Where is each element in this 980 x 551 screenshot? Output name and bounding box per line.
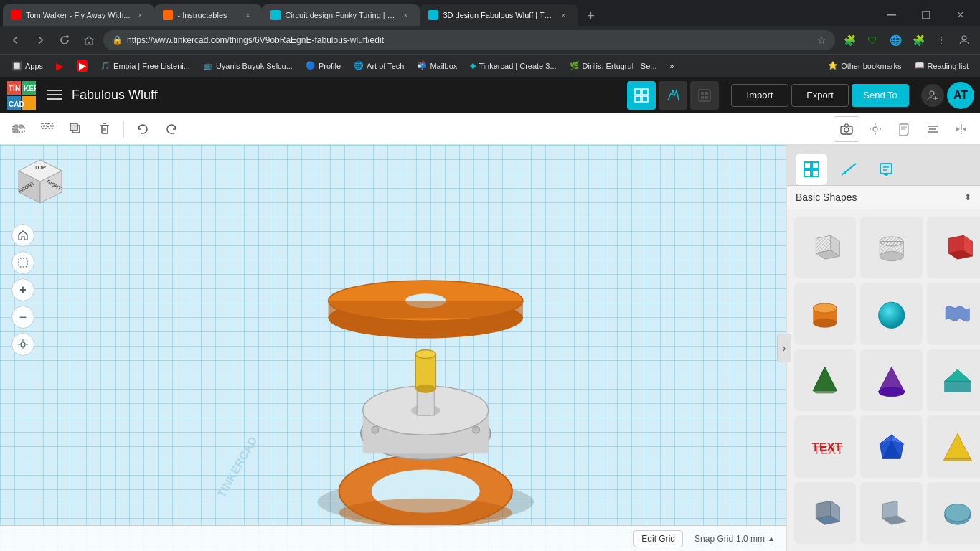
browser-tab-1[interactable]: Tom Walker - Fly Away With... × (3, 4, 154, 26)
tinkercad-logo[interactable]: TIN KER CAD (6, 80, 37, 111)
grid-view-button[interactable] (627, 81, 656, 110)
bookmark-mailbox[interactable]: 📬 Mailbox (411, 58, 463, 73)
selector-arrow-icon[interactable]: ⬍ (964, 192, 971, 202)
align-button[interactable] (920, 116, 946, 142)
bookmark-empia[interactable]: 🎵 Empia | Free Listeni... (95, 58, 196, 73)
svg-point-118 (878, 387, 904, 397)
svg-point-112 (814, 318, 837, 327)
forward-button[interactable] (30, 30, 50, 50)
export-button[interactable]: Export (791, 84, 849, 107)
svg-text:TIN: TIN (9, 85, 20, 93)
bookmark-uyanis[interactable]: 📺 Uyanis Buyuk Selcu... (197, 58, 298, 73)
svg-rect-93 (812, 170, 819, 176)
minimize-button[interactable] (875, 4, 908, 26)
back-button[interactable] (6, 30, 26, 50)
panel-tab-notes[interactable] (870, 154, 902, 185)
kaspersky-icon[interactable]: 🛡 (862, 30, 882, 50)
bookmark-tinkercad[interactable]: ◆ Tinkercad | Create 3... (464, 58, 562, 73)
bookmark-youtube[interactable]: ▶ (50, 57, 70, 75)
sim-mode-button[interactable] (690, 81, 719, 110)
shape-box-red[interactable] (927, 217, 980, 278)
bookmark-empia-label: Empia | Free Listeni... (113, 62, 190, 70)
profile-icon[interactable] (954, 30, 974, 50)
canvas-area[interactable]: TOP FRONT RIGHT + (0, 145, 786, 551)
header-separator-2 (915, 85, 915, 106)
bookmark-youtube2[interactable]: ▶ (71, 57, 93, 75)
design-title: Fabulous Wluff (72, 88, 621, 103)
svg-rect-16 (642, 96, 648, 102)
bookmark-apps[interactable]: 🔲 Apps (6, 58, 49, 74)
bookmark-uyanis-label: Uyanis Buyuk Selcu... (216, 62, 293, 70)
browser-tab-2[interactable]: - Instructables × (154, 4, 262, 26)
undo-button[interactable] (130, 116, 156, 142)
tab-close-1[interactable]: × (134, 9, 146, 21)
snap-arrow-icon[interactable]: ▲ (768, 534, 775, 542)
delete-button[interactable] (92, 116, 118, 142)
home-button[interactable] (79, 30, 99, 50)
panel-tab-ruler[interactable] (833, 154, 864, 185)
add-user-button[interactable] (921, 84, 944, 107)
build-mode-button[interactable] (659, 81, 687, 110)
bottom-bar: Edit Grid Snap Grid 1.0 mm ▲ (0, 525, 786, 551)
bookmark-dirilis[interactable]: 🌿 Dirilis: Ertugrul - Se... (564, 58, 663, 73)
tab-close-3[interactable]: × (400, 9, 411, 21)
shape-gem-blue[interactable] (860, 415, 922, 477)
redo-button[interactable] (159, 116, 184, 142)
puzzle-icon[interactable]: 🧩 (908, 30, 928, 50)
lock-icon: 🔒 (112, 35, 123, 45)
shape-text-3d-blue[interactable] (927, 283, 980, 344)
bookmark-more[interactable]: » (664, 59, 680, 73)
group-button[interactable] (6, 116, 32, 142)
window-controls: × (875, 4, 977, 26)
shape-pyramid-green[interactable] (794, 349, 856, 411)
shape-roof-teal[interactable] (927, 349, 980, 411)
shape-extra-3[interactable] (927, 482, 980, 544)
panel-collapse-button[interactable]: › (777, 334, 791, 362)
extensions-icon[interactable]: 🧩 (839, 30, 859, 50)
svg-text:TINKERCAD: TINKERCAD (215, 434, 260, 499)
url-bar[interactable]: 🔒 https://www.tinkercad.com/things/6V9ob… (103, 30, 835, 50)
panel-tab-grid[interactable] (796, 154, 827, 185)
bookmark-other[interactable]: ⭐ Other bookmarks (822, 58, 907, 73)
bookmark-reading[interactable]: 📖 Reading list (909, 58, 974, 73)
shape-category-selector[interactable]: Basic Shapes ⬍ (787, 186, 980, 209)
duplicate-button[interactable] (63, 116, 89, 142)
notes-button[interactable] (891, 116, 917, 142)
shape-text-3d-red[interactable]: TEXT TEXT (794, 415, 856, 477)
shape-extra-2[interactable] (860, 482, 922, 544)
user-avatar[interactable]: AT (947, 82, 974, 109)
bookmark-star-icon[interactable]: ☆ (817, 34, 826, 46)
send-to-button[interactable]: Send To (852, 84, 909, 107)
import-button[interactable]: Import (731, 84, 788, 107)
shape-pyramid-yellow[interactable] (927, 415, 980, 477)
light-button[interactable] (862, 116, 888, 142)
edit-toolbar-right (834, 116, 974, 142)
ungroup-button[interactable] (34, 116, 60, 142)
snap-value: 1.0 mm (736, 534, 765, 544)
browser-tab-4[interactable]: 3D design Fabulous Wluff | Tinke... × (420, 4, 578, 26)
menu-icon[interactable]: ⋮ (931, 30, 951, 50)
shape-sphere-teal[interactable] (860, 283, 922, 344)
hamburger-menu-button[interactable] (43, 84, 66, 107)
bookmark-artoftech[interactable]: 🌐 Art of Tech (348, 58, 410, 73)
svg-rect-91 (812, 162, 819, 169)
svg-point-79 (473, 426, 480, 433)
tab-close-2[interactable]: × (242, 9, 253, 21)
bookmark-profile[interactable]: 🔵 Profile (300, 58, 347, 73)
close-window-button[interactable]: × (944, 4, 977, 26)
browser-tab-3[interactable]: Circuit design Funky Turing | Tin... × (262, 4, 420, 26)
vpn-icon[interactable]: 🌐 (885, 30, 905, 50)
reload-button[interactable] (55, 30, 75, 50)
shape-box-hatched[interactable] (794, 217, 856, 278)
tab-close-4[interactable]: × (557, 9, 569, 21)
new-tab-button[interactable]: + (580, 6, 600, 26)
mirror-button[interactable] (948, 116, 974, 142)
edit-grid-button[interactable]: Edit Grid (633, 530, 683, 547)
camera-button[interactable] (834, 116, 859, 142)
shape-cone-purple[interactable] (860, 349, 922, 411)
maximize-button[interactable] (910, 4, 943, 26)
shape-cylinder-orange[interactable] (794, 283, 856, 344)
shape-cylinder-hatched[interactable] (860, 217, 922, 278)
shape-extra-1[interactable] (794, 482, 856, 544)
svg-rect-83 (415, 354, 435, 389)
